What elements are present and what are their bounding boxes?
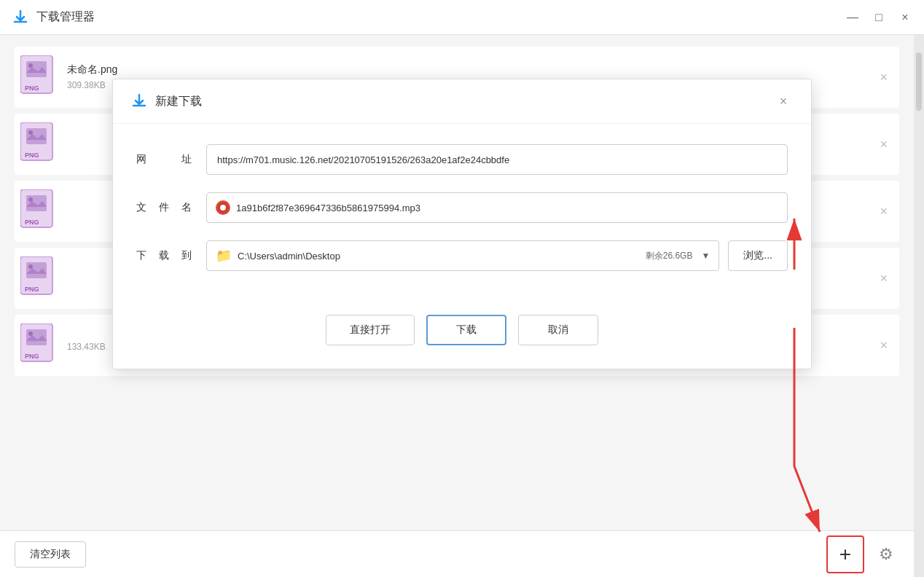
disk-space: 剩余26.6GB — [646, 250, 693, 262]
url-input[interactable] — [206, 144, 788, 175]
dialog-download-icon — [130, 93, 148, 110]
maximize-button[interactable]: □ — [872, 12, 886, 23]
dialog-title: 新建下载 — [155, 94, 773, 109]
titlebar: 下载管理器 — □ × — [0, 0, 924, 35]
browse-button[interactable]: 浏览... — [728, 240, 788, 271]
dialog-body: 网 址 文件名 下载到 📁 — [113, 124, 811, 309]
filename-label: 文件名 — [136, 201, 195, 214]
filename-row: 文件名 — [136, 192, 788, 223]
new-download-dialog: 新建下载 × 网 址 文件名 — [112, 79, 812, 369]
url-row: 网 址 — [136, 144, 788, 175]
window-controls: — □ × — [845, 12, 912, 23]
dialog-close-button[interactable]: × — [773, 91, 794, 111]
path-dropdown[interactable]: ▼ — [701, 251, 710, 261]
minimize-button[interactable]: — — [845, 12, 860, 23]
app-title: 下载管理器 — [36, 9, 845, 25]
path-input: 📁 C:\Users\admin\Desktop 剩余26.6GB ▼ — [206, 240, 719, 271]
mp3-icon — [216, 200, 230, 215]
save-path: C:\Users\admin\Desktop — [238, 251, 640, 262]
download-icon — [12, 9, 29, 26]
cancel-button[interactable]: 取消 — [518, 315, 598, 345]
dialog-overlay: 新建下载 × 网 址 文件名 — [0, 35, 924, 577]
url-label: 网 址 — [136, 153, 195, 166]
dialog-header: 新建下载 × — [113, 79, 811, 124]
folder-icon: 📁 — [216, 248, 232, 264]
save-label: 下载到 — [136, 249, 195, 262]
open-direct-button[interactable]: 直接打开 — [326, 315, 415, 345]
close-button[interactable]: × — [898, 12, 912, 23]
save-row: 下载到 📁 C:\Users\admin\Desktop 剩余26.6GB ▼ … — [136, 240, 788, 271]
filename-input[interactable] — [236, 203, 778, 213]
download-button[interactable]: 下载 — [426, 315, 506, 345]
dialog-footer: 直接打开 下载 取消 — [113, 309, 811, 369]
